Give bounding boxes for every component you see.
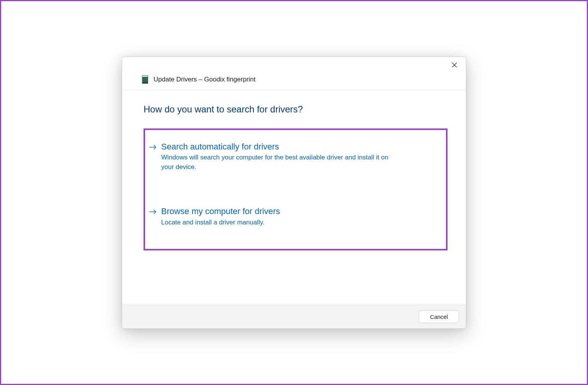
- back-button[interactable]: [129, 76, 137, 83]
- device-icon: [142, 75, 148, 84]
- page-heading: How do you want to search for drivers?: [144, 104, 448, 115]
- option-title: Search automatically for drivers: [161, 141, 434, 153]
- option-description: Windows will search your computer for th…: [161, 153, 391, 172]
- titlebar: [122, 57, 466, 73]
- dialog-content: How do you want to search for drivers? S…: [122, 90, 466, 305]
- dialog-footer: Cancel: [122, 305, 466, 328]
- dialog-title: Update Drivers – Goodix fingerprint: [154, 76, 255, 83]
- option-browse-computer[interactable]: Browse my computer for drivers Locate an…: [149, 204, 434, 229]
- dialog-header: Update Drivers – Goodix fingerprint: [122, 73, 466, 90]
- option-text: Browse my computer for drivers Locate an…: [161, 206, 434, 227]
- arrow-right-icon: [149, 144, 157, 152]
- arrow-right-icon: [149, 209, 157, 216]
- option-title: Browse my computer for drivers: [161, 206, 434, 217]
- option-search-automatically[interactable]: Search automatically for drivers Windows…: [149, 139, 434, 174]
- update-drivers-dialog: Update Drivers – Goodix fingerprint How …: [122, 57, 466, 329]
- option-text: Search automatically for drivers Windows…: [161, 141, 434, 172]
- close-icon: [452, 62, 457, 69]
- close-button[interactable]: [447, 60, 462, 71]
- cancel-button[interactable]: Cancel: [419, 310, 459, 323]
- option-description: Locate and install a driver manually.: [161, 218, 391, 227]
- options-highlight-box: Search automatically for drivers Windows…: [144, 128, 448, 250]
